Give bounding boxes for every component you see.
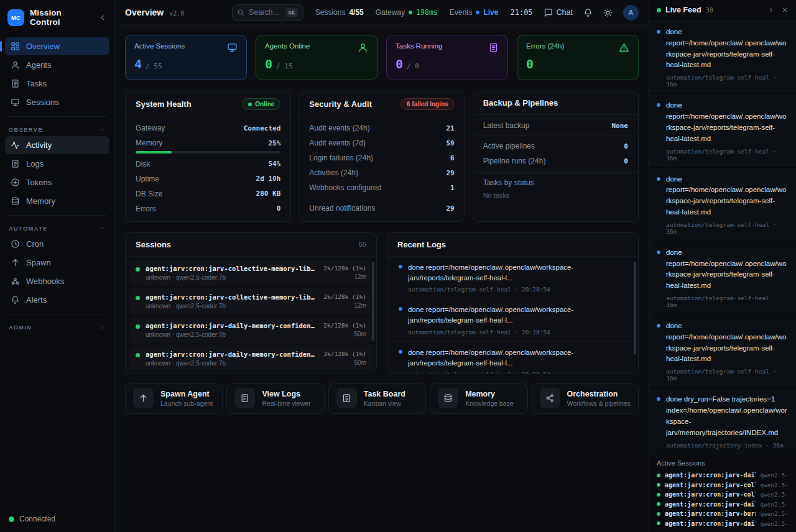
live-feed-title: Live Feed xyxy=(665,6,701,14)
sidebar-item-webhooks[interactable]: Webhooks xyxy=(5,272,109,290)
active-session-row[interactable]: agent:jarv:cron:jarv-collective-… qwen2.… xyxy=(657,490,789,500)
live-dot xyxy=(657,8,661,12)
monitor-icon xyxy=(11,98,20,107)
sidebar-item-alerts[interactable]: Alerts xyxy=(5,291,109,309)
feed-item: done report=/home/openclaw/.openclaw/wor… xyxy=(649,168,796,241)
stat-value: 0 xyxy=(265,57,272,71)
close-icon[interactable] xyxy=(781,6,789,14)
person-icon xyxy=(11,60,20,70)
search-input[interactable] xyxy=(249,8,281,17)
topbar: Overview v2.0 ⌘K Sessions 4/55 Gateway 1… xyxy=(115,0,649,25)
section-title: OBSERVE xyxy=(9,126,43,133)
sidebar-item-label: Sessions xyxy=(26,98,59,107)
online-badge: Online xyxy=(242,98,280,110)
view-logs-button[interactable]: View Logs Real-time viewer xyxy=(226,383,324,414)
metric-row: Memory 25% xyxy=(126,135,290,157)
quick-actions-row: Spawn Agent Launch sub-agent View Logs R… xyxy=(125,383,639,414)
task-board-button[interactable]: Task Board Kanban view xyxy=(328,383,426,414)
active-sessions-section: Active Sessions agent:jarv:cron:jarv-dai… xyxy=(649,454,796,532)
connected-dot xyxy=(9,516,14,522)
feed-item-dot xyxy=(657,30,660,34)
active-session-row[interactable]: agent:jarv:cron:jarv-daily-memor… qwen2.… xyxy=(657,519,789,529)
sidebar-item-agents[interactable]: Agents xyxy=(5,56,109,74)
session-status-dot xyxy=(657,521,660,525)
session-row[interactable]: agent:jarv:cron:jarv-daily-memory-confid… xyxy=(129,346,373,372)
session-status-dot xyxy=(657,483,660,487)
search-icon xyxy=(237,9,244,16)
active-session-row[interactable]: agent:jarv:cron:jarv-collective-… qwen2.… xyxy=(657,480,789,490)
session-status-dot xyxy=(657,512,660,516)
panel-title: System Health xyxy=(136,99,192,109)
sidebar-item-tokens[interactable]: Tokens xyxy=(5,173,109,191)
gateway-indicator: Gateway 198ms xyxy=(376,8,438,17)
orchestration-button[interactable]: Orchestration Workflows & pipelines xyxy=(532,383,639,414)
feed-item: done dry_run=False trajectories=1 index=… xyxy=(649,388,796,454)
sessions-count: 55 xyxy=(359,241,366,248)
chevron-down-icon xyxy=(99,126,106,133)
active-session-row[interactable]: agent:jarv:cron:jarv-daily-memor… qwen2.… xyxy=(657,470,789,480)
spawn-agent-button[interactable]: Spawn Agent Launch sub-agent xyxy=(125,383,223,414)
sidebar-item-cron[interactable]: Cron xyxy=(5,235,109,253)
avatar[interactable]: A xyxy=(623,5,639,21)
session-row[interactable]: agent:jarv:cron:jarv-collective-memory-l… xyxy=(129,260,373,286)
sidebar-item-label: Spawn xyxy=(26,258,51,267)
session-row[interactable]: agent:jarv:cron:jarv-collective-memory-l… xyxy=(129,288,373,314)
scrollbar-thumb[interactable] xyxy=(634,262,636,355)
activity-icon xyxy=(11,140,20,150)
connection-status: Connected xyxy=(0,506,114,532)
live-feed-header: Live Feed 30 xyxy=(649,0,796,21)
log-dot xyxy=(399,350,402,354)
theme-toggle-button[interactable] xyxy=(603,8,613,17)
sidebar-item-label: Memory xyxy=(26,196,55,206)
active-session-row[interactable]: agent:jarv:cron:jarv-daily-memor… qwen2.… xyxy=(657,500,789,510)
sidebar-collapse-icon[interactable] xyxy=(99,14,107,22)
metric-row: Gateway Connected xyxy=(126,121,290,135)
scrollbar-thumb[interactable] xyxy=(372,262,374,341)
stat-card-tasks-running: Tasks Running 0 / 0 xyxy=(386,35,508,80)
file-text-icon xyxy=(488,42,499,53)
sidebar-item-label: Logs xyxy=(26,159,44,168)
section-title: ADMIN xyxy=(9,324,32,331)
sidebar-item-tasks[interactable]: Tasks xyxy=(5,75,109,93)
app-title: Mission Control xyxy=(30,8,93,27)
log-row: done report=/home/openclaw/.openclaw/wor… xyxy=(392,342,633,374)
session-status-dot xyxy=(136,296,140,300)
log-dot xyxy=(399,307,402,311)
security-audit-panel: Security & Audit 6 failed logins Audit e… xyxy=(298,91,465,222)
sidebar-section-observe[interactable]: OBSERVE xyxy=(0,122,114,135)
grid-icon xyxy=(11,42,20,51)
online-dot xyxy=(248,103,252,106)
tasks-by-status: Tasks by status No tasks xyxy=(473,172,638,199)
sidebar-item-label: Webhooks xyxy=(26,277,64,286)
sidebar-item-label: Tokens xyxy=(26,178,52,187)
stat-label: Active Sessions xyxy=(134,42,185,50)
chat-button[interactable]: Chat xyxy=(544,8,573,17)
memory-button[interactable]: Memory Knowledge base xyxy=(430,383,527,414)
sidebar-item-memory[interactable]: Memory xyxy=(5,192,109,210)
page-title: Overview xyxy=(125,7,164,17)
active-session-row[interactable]: agent:jarv:cron:jarv-burnin-heal… qwen2.… xyxy=(657,509,789,519)
metric-row: DB Size 280 KB xyxy=(126,186,290,201)
log-row: done report=/home/openclaw/.openclaw/wor… xyxy=(392,257,633,300)
backup-pipelines-panel: Backup & Pipelines Latest backup None xyxy=(473,91,639,222)
stat-value: 0 xyxy=(526,57,534,71)
gateway-status-dot xyxy=(409,11,412,14)
file-text-icon xyxy=(240,393,249,403)
stat-total: / 55 xyxy=(146,62,162,70)
feed-expand-icon[interactable] xyxy=(767,6,775,14)
session-row[interactable]: agent:jarv:cron:jarv-daily-memory-confid… xyxy=(129,317,373,343)
sidebar-section-admin[interactable]: ADMIN xyxy=(0,319,114,333)
sidebar-item-sessions[interactable]: Sessions xyxy=(5,93,109,111)
share-icon xyxy=(545,393,555,403)
sidebar-section-automate[interactable]: AUTOMATE xyxy=(0,221,114,234)
sidebar-item-logs[interactable]: Logs xyxy=(5,155,109,173)
sidebar-item-overview[interactable]: Overview xyxy=(5,37,109,55)
sidebar-item-activity[interactable]: Activity xyxy=(5,136,109,154)
notifications-button[interactable] xyxy=(583,8,593,17)
app-logo: MC xyxy=(7,9,24,26)
search-box[interactable]: ⌘K xyxy=(232,4,303,21)
system-health-panel: System Health Online Gateway Connected xyxy=(125,91,291,222)
stat-label: Errors (24h) xyxy=(526,42,564,50)
sidebar-item-spawn[interactable]: Spawn xyxy=(5,254,109,272)
live-feed-count: 30 xyxy=(706,7,713,14)
